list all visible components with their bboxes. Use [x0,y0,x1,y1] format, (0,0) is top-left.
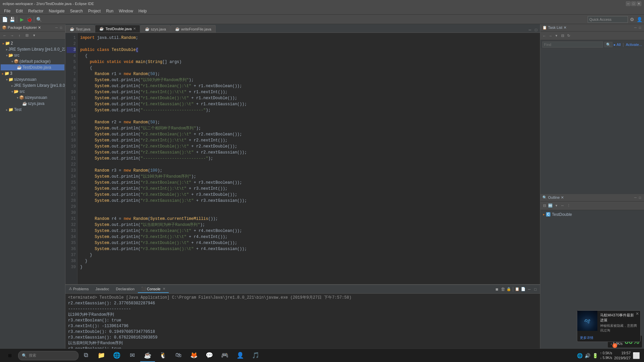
taskbar-app-mail[interactable]: ✉ [125,349,140,362]
pe-menu-btn[interactable]: ▾ [31,32,38,39]
tree-node-jre2[interactable]: ▸ JRE System Library [jre1.8.0_221] [1,82,64,88]
save-button[interactable]: 💾 [9,16,15,23]
console-terminate-btn[interactable]: ⏹ [494,287,499,292]
ol-min-btn[interactable]: ─ [633,195,638,200]
notification-more-link[interactable]: 更多详情 [577,335,640,342]
pe-up-btn[interactable]: ↑ [16,32,23,39]
tree-node-sizeyunsuan-pkg[interactable]: ▾ 📦 sizeyunsuan [1,95,64,101]
menu-item-edit[interactable]: Edit [13,8,25,14]
toolbar-end1[interactable]: ⚙ [629,16,635,23]
debug-button[interactable]: 🐞 [26,16,33,23]
console-scroll-lock-btn[interactable]: 🔒 [506,287,512,292]
console-paste-btn[interactable]: 📄 [521,287,526,292]
menu-item-project[interactable]: Project [86,8,103,14]
clock[interactable]: 19:57 2019/9/27 [614,351,631,360]
console-max-btn[interactable]: □ [533,287,538,292]
tree-node-3[interactable]: ▸ 📁 3 [1,70,64,76]
menu-item-refactor[interactable]: Refactor [25,8,46,14]
tree-node-testdouble[interactable]: ☕ TestDouble.java [1,64,64,70]
tab-problems[interactable]: ⚠ Problems [65,285,92,293]
menu-item-help[interactable]: Help [136,8,150,14]
tree-node-sizeyunsuan[interactable]: ▾ 📁 sizeyunsuan [1,76,64,82]
pe-max-btn[interactable]: □ [59,25,63,30]
tl-filter-btn[interactable]: ▾ [554,33,559,39]
menu-item-run[interactable]: Run [103,8,116,14]
taskbar-app-chat[interactable]: 💬 [202,349,217,362]
taskbar-app-avatar[interactable]: 👤 [233,349,248,362]
console-clear-btn[interactable]: 🗑 [500,287,505,292]
pe-fwd-btn[interactable]: → [9,32,15,39]
minimize-button[interactable]: ─ [626,1,631,6]
ol-more-btn[interactable]: ⋮ [566,203,571,208]
tl-fwd-btn[interactable]: → [548,33,553,39]
notification-close-btn[interactable]: ✕ [636,311,639,316]
tl-collapse-btn[interactable]: ⊟ [560,33,565,39]
outline-item-testdouble[interactable]: ▸ C TestDouble [542,212,643,218]
tree-node-szys[interactable]: ☕ szys.java [1,101,64,107]
taskbar-search-btn[interactable]: 🔍 搜索 [18,351,78,360]
activate-link[interactable]: Activate... [626,43,642,47]
taskbar-app-explorer[interactable]: 📁 [94,349,109,362]
run-button[interactable]: ▶ [18,16,25,23]
tab-maximize-btn[interactable]: □ [533,27,539,33]
taskbar-app-game[interactable]: 🎮 [217,349,232,362]
taskbar-app-firefox[interactable]: 🦊 [186,349,201,362]
pe-collapse-btn[interactable]: ⊟ [23,32,30,39]
tl-prev-btn[interactable]: ← [542,33,547,39]
tree-node-default-pkg[interactable]: ▾ 📦 (default package) [1,58,64,64]
tree-node-src1[interactable]: ▾ 📂 src [1,52,64,58]
task-list-title: 📋 Task List ✕ [542,25,567,30]
ol-collapse-btn[interactable]: ⊟ [542,203,547,208]
ol-sync-btn[interactable]: ↔ [560,203,565,208]
ol-sort-btn[interactable]: 🔤 [548,203,553,208]
tab-szys-java[interactable]: ☕ szys.java [141,25,170,33]
ol-filter-btn[interactable]: ▾ [554,203,559,208]
find-input[interactable] [542,42,603,48]
start-button[interactable]: ⊞ [1,349,18,362]
tab-declaration[interactable]: Declaration [112,286,138,293]
tab-test-java[interactable]: ☕ Test.java [65,25,95,33]
tree-node-test[interactable]: ▸ 📁 Test [1,107,64,113]
tab-minimize-btn[interactable]: ─ [527,27,533,33]
menu-item-search[interactable]: Search [67,8,86,14]
tray-network-icon[interactable]: 🌐 [577,353,583,358]
toolbar-end2[interactable]: 👤 [636,16,643,23]
pe-min-btn[interactable]: ─ [54,25,59,30]
menu-item-file[interactable]: File [1,8,13,14]
tab-console-close[interactable]: ✕ [163,287,165,291]
menu-item-window[interactable]: Window [116,8,136,14]
tab-writefromfile-java[interactable]: ☕ writeFromFile.java [171,25,216,33]
taskbar-app-edge[interactable]: 🌐 [109,349,124,362]
tab-testdouble-java[interactable]: ☕ TestDouble.java ✕ [95,25,140,33]
tree-node-2[interactable]: ▸ 📁 2 [1,40,64,46]
tab-testdouble-close[interactable]: ✕ [133,27,136,31]
console-copy-btn[interactable]: 📋 [515,287,520,292]
taskbar-app-music[interactable]: 🎵 [248,349,263,362]
taskbar-app-taskview[interactable]: ⧉ [78,349,93,362]
taskbar-app-store[interactable]: 🛍 [171,349,186,362]
pe-back-btn[interactable]: ← [1,32,8,39]
all-link[interactable]: ▸ All [614,43,621,47]
tree-node-jre1[interactable]: ▸ JRE System Library [jre1.8.0_221] [1,46,64,52]
taskbar-app-penguin[interactable]: 🐧 [156,349,170,362]
taskbar-app-eclipse[interactable]: ☕ [140,349,155,362]
menu-item-navigate[interactable]: Navigate [46,8,67,14]
ol-max-btn[interactable]: □ [638,195,642,200]
tl-max-btn[interactable]: □ [638,25,642,30]
console-min-btn[interactable]: ─ [527,287,532,292]
tl-min-btn[interactable]: ─ [633,25,638,30]
tray-volume-icon[interactable]: 🔊 [585,353,590,358]
maximize-button[interactable]: □ [631,1,636,6]
quick-access[interactable]: Quick Access [588,16,628,23]
search-button[interactable]: 🔍 [36,16,42,23]
tray-battery-icon[interactable]: 🔋 [592,353,598,358]
code-content[interactable]: import java.util.Random; public class Te… [77,33,540,284]
show-desktop-btn[interactable]: ⬜ [633,352,640,359]
tree-node-src2[interactable]: ▾ 📂 src [1,88,64,95]
close-button[interactable]: ✕ [637,1,641,6]
new-button[interactable]: 📄 [1,16,8,23]
tab-console[interactable]: ⬛ Console ✕ [138,285,169,293]
tl-refresh-btn[interactable]: ↻ [566,33,571,39]
find-search-btn[interactable]: 🔍 [604,42,612,47]
tab-javadoc[interactable]: Javadoc [92,286,112,293]
